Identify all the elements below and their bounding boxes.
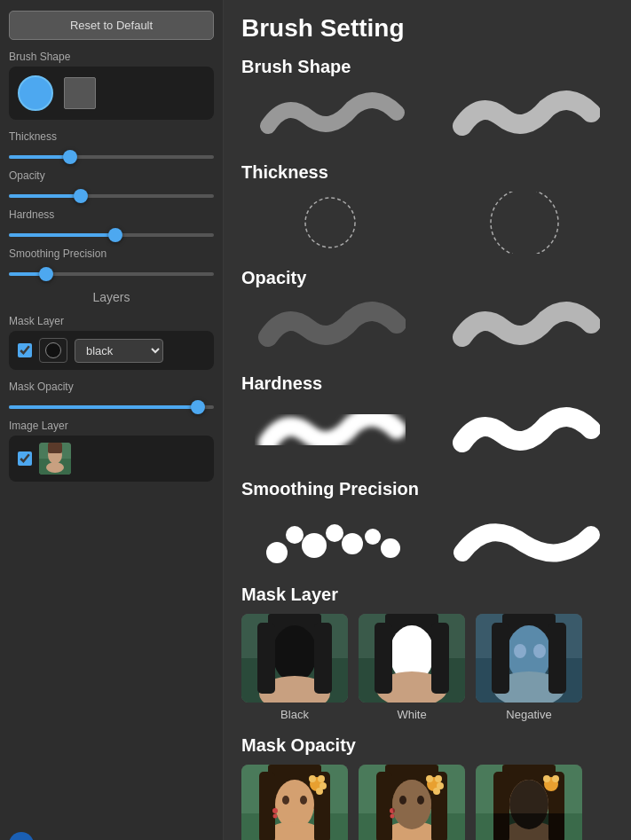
smoothing-high-demo (437, 508, 614, 570)
mask-negative-label: Negative (506, 708, 551, 721)
opacity-low-demo (241, 297, 419, 359)
image-layer-label: Image Layer (9, 420, 214, 432)
mask-black-label: Black (280, 708, 309, 721)
smoothing-demo-row (241, 508, 613, 570)
svg-point-32 (514, 644, 526, 658)
mask-opacity-section: Mask Opacity (9, 381, 214, 409)
svg-rect-19 (257, 623, 275, 694)
opacity-dark-item (476, 765, 582, 840)
svg-point-33 (533, 644, 546, 658)
mask-negative-item: Negative (476, 614, 582, 721)
svg-rect-36 (548, 623, 566, 694)
image-layer-row (9, 436, 214, 482)
svg-point-64 (435, 775, 442, 782)
hardness-slider[interactable] (9, 233, 214, 237)
mask-black-item: Black (241, 614, 348, 721)
svg-rect-26 (375, 623, 392, 694)
mask-layer-grid: Black White (241, 614, 613, 721)
hardness-section-title: Hardness (241, 373, 613, 394)
svg-point-4 (46, 462, 64, 473)
brush-shape-demo-row (241, 86, 613, 148)
svg-point-9 (302, 533, 327, 558)
thickness-high-demo (437, 192, 614, 254)
svg-point-42 (300, 796, 307, 805)
svg-point-78 (543, 775, 550, 782)
svg-point-6 (491, 192, 558, 254)
smoothing-section: Smoothing Precision (9, 247, 214, 276)
svg-rect-27 (431, 623, 449, 694)
brush-square-option[interactable] (64, 77, 96, 109)
brush-circle-option[interactable] (18, 75, 53, 111)
mask-white-item: White (359, 614, 465, 721)
thickness-section-title: Thickness (241, 162, 613, 183)
svg-point-63 (426, 775, 433, 782)
opacity-grid (241, 765, 613, 840)
brush-shape-label: Brush Shape (9, 51, 214, 63)
mask-negative-img (476, 614, 582, 703)
opacity-mid-item (359, 765, 465, 840)
svg-point-11 (342, 533, 363, 554)
svg-point-52 (273, 814, 278, 819)
hardness-high-demo (437, 403, 614, 465)
smoothing-low-demo (241, 508, 419, 570)
left-panel: Reset to Default Brush Shape Thickness O… (0, 0, 224, 840)
mask-layer-section: Mask Layer black white negative (9, 315, 214, 370)
thickness-slider[interactable] (9, 155, 214, 159)
mask-white-label: White (397, 708, 426, 721)
svg-point-48 (318, 775, 325, 782)
image-layer-section: Image Layer (9, 420, 214, 482)
svg-rect-3 (48, 443, 62, 453)
smoothing-slider[interactable] (9, 272, 214, 276)
svg-point-5 (305, 198, 355, 247)
mask-layer-icon (39, 338, 67, 363)
mask-opacity-slider[interactable] (9, 405, 214, 409)
reset-button[interactable]: Reset to Default (9, 11, 214, 40)
mask-opacity-label: Mask Opacity (9, 381, 214, 393)
brush-stroke-low (241, 86, 419, 148)
svg-point-13 (381, 538, 400, 558)
svg-point-7 (266, 542, 288, 563)
svg-point-47 (309, 775, 316, 782)
svg-point-50 (316, 788, 323, 795)
svg-point-8 (286, 526, 304, 544)
hardness-section: Hardness (9, 208, 214, 237)
image-layer-checkbox[interactable] (18, 451, 32, 466)
svg-point-10 (326, 524, 343, 542)
svg-point-41 (282, 796, 289, 805)
image-layer-thumb (39, 443, 71, 475)
image-thumb-svg (39, 443, 71, 475)
smoothing-section-title: Smoothing Precision (241, 479, 613, 499)
svg-point-51 (272, 808, 278, 813)
opacity-high-demo (437, 297, 614, 359)
brush-shape-row (9, 67, 214, 120)
brush-shape-section: Brush Shape (9, 51, 214, 120)
mask-opacity-section-title: Mask Opacity (241, 735, 613, 756)
svg-rect-44 (259, 772, 275, 840)
opacity-full-item (241, 765, 348, 840)
mask-layer-row: black white negative (9, 331, 214, 370)
layers-title: Layers (9, 290, 214, 304)
page-title: Brush Setting (241, 14, 613, 43)
svg-rect-60 (376, 772, 392, 840)
svg-point-66 (433, 788, 440, 795)
svg-rect-20 (314, 623, 332, 694)
mask-layer-section-title: Mask Layer (241, 585, 613, 605)
thickness-label: Thickness (9, 130, 214, 143)
opacity-section-title: Opacity (241, 268, 613, 288)
footer: C ComfyUI-Wiki.com (9, 825, 214, 840)
thickness-demo-row (241, 192, 613, 254)
hardness-demo-row (241, 403, 613, 465)
mask-color-select[interactable]: black white negative (75, 339, 163, 363)
mask-icon-inner (45, 342, 61, 358)
svg-point-12 (365, 529, 381, 545)
opacity-label: Opacity (9, 169, 214, 182)
mask-layer-checkbox[interactable] (18, 343, 32, 357)
thickness-low-demo (241, 192, 419, 254)
svg-point-68 (390, 814, 395, 819)
brush-stroke-high (437, 86, 614, 148)
opacity-section: Opacity (9, 169, 214, 198)
footer-logo: C (9, 832, 34, 840)
svg-rect-35 (492, 623, 509, 694)
hardness-low-demo (241, 403, 419, 465)
opacity-slider[interactable] (9, 194, 214, 198)
